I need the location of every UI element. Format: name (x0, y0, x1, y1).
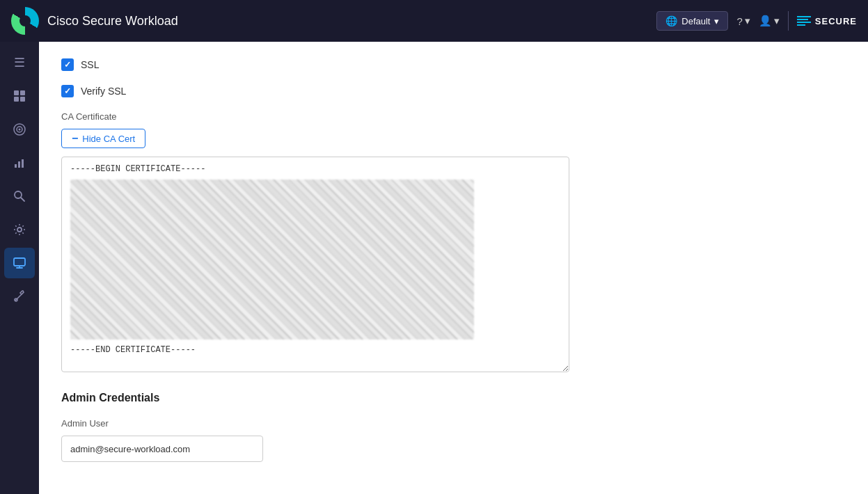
sidebar-item-reports[interactable] (4, 148, 35, 178)
user-chevron-icon: ▾ (774, 15, 780, 27)
admin-credentials-section: Admin Credentials Admin User (61, 392, 583, 462)
svg-point-6 (19, 129, 21, 131)
tools-icon (13, 289, 26, 303)
verify-ssl-checkbox[interactable] (61, 85, 74, 97)
form-section: SSL Verify SSL CA Certificate − Hide CA … (61, 58, 583, 462)
svg-rect-9 (22, 159, 24, 168)
svg-rect-2 (14, 97, 19, 102)
app-logo (11, 7, 39, 35)
sidebar-item-network[interactable] (4, 114, 35, 145)
header: Cisco Secure Workload 🌐 Default ▾ ? ▾ 👤 … (0, 0, 868, 42)
cisco-secure-text: SECURE (815, 16, 857, 26)
minus-icon: − (72, 133, 78, 144)
chevron-down-icon: ▾ (714, 16, 719, 26)
admin-user-input[interactable] (61, 436, 263, 462)
sidebar-item-tools[interactable] (4, 281, 35, 312)
ssl-checkbox[interactable] (61, 58, 74, 71)
sidebar-item-settings[interactable] (4, 214, 35, 245)
cert-end-text: -----END CERTIFICATE----- (70, 345, 560, 355)
certificate-textarea[interactable]: -----BEGIN CERTIFICATE----- -----END CER… (61, 157, 569, 372)
verify-ssl-label: Verify SSL (81, 86, 126, 97)
cert-begin-text: -----BEGIN CERTIFICATE----- (70, 164, 560, 174)
cisco-secure-logo: SECURE (797, 16, 857, 26)
platform-icon (13, 256, 26, 270)
admin-credentials-title: Admin Credentials (61, 392, 583, 404)
ssl-label: SSL (81, 59, 99, 70)
sidebar-item-platform[interactable] (4, 248, 35, 278)
ssl-checkbox-row: SSL (61, 58, 583, 71)
admin-user-label: Admin User (61, 418, 583, 429)
app-body: ☰ (0, 42, 868, 494)
investigate-icon (13, 189, 26, 203)
verify-ssl-checkbox-row: Verify SSL (61, 85, 583, 97)
cisco-bars-icon (797, 16, 811, 26)
ca-certificate-label: CA Certificate (61, 111, 583, 122)
default-scope-label: Default (681, 16, 710, 26)
globe-icon: 🌐 (665, 15, 677, 26)
user-icon: 👤 (759, 15, 772, 27)
user-menu-button[interactable]: 👤 ▾ (759, 15, 780, 27)
svg-rect-8 (18, 161, 20, 168)
help-chevron-icon: ▾ (745, 15, 750, 27)
svg-rect-0 (14, 90, 19, 95)
main-content: SSL Verify SSL CA Certificate − Hide CA … (39, 42, 868, 494)
sidebar-item-investigate[interactable] (4, 181, 35, 212)
network-icon (13, 122, 26, 136)
app-title: Cisco Secure Workload (47, 14, 178, 29)
question-icon: ? (736, 15, 742, 27)
settings-icon (13, 223, 26, 237)
svg-rect-3 (20, 97, 25, 102)
hide-ca-cert-label: Hide CA Cert (82, 134, 135, 144)
svg-point-12 (17, 228, 22, 232)
svg-rect-1 (20, 90, 25, 95)
default-scope-button[interactable]: 🌐 Default ▾ (656, 11, 728, 31)
dashboard-icon (13, 89, 26, 103)
cert-content: -----BEGIN CERTIFICATE----- -----END CER… (70, 164, 560, 355)
hide-ca-cert-button[interactable]: − Hide CA Cert (61, 129, 145, 148)
help-button[interactable]: ? ▾ (736, 15, 750, 27)
cert-blurred-content (70, 180, 474, 340)
sidebar-item-dashboard[interactable] (4, 81, 35, 111)
svg-rect-13 (14, 258, 25, 266)
header-right: 🌐 Default ▾ ? ▾ 👤 ▾ SECURE (656, 11, 857, 31)
svg-rect-7 (15, 164, 17, 168)
svg-line-11 (21, 198, 24, 201)
sidebar-item-menu[interactable]: ☰ (4, 47, 35, 78)
menu-icon: ☰ (14, 55, 25, 70)
sidebar: ☰ (0, 42, 39, 494)
header-left: Cisco Secure Workload (11, 7, 178, 35)
header-divider (788, 11, 789, 31)
reports-icon (13, 156, 26, 170)
